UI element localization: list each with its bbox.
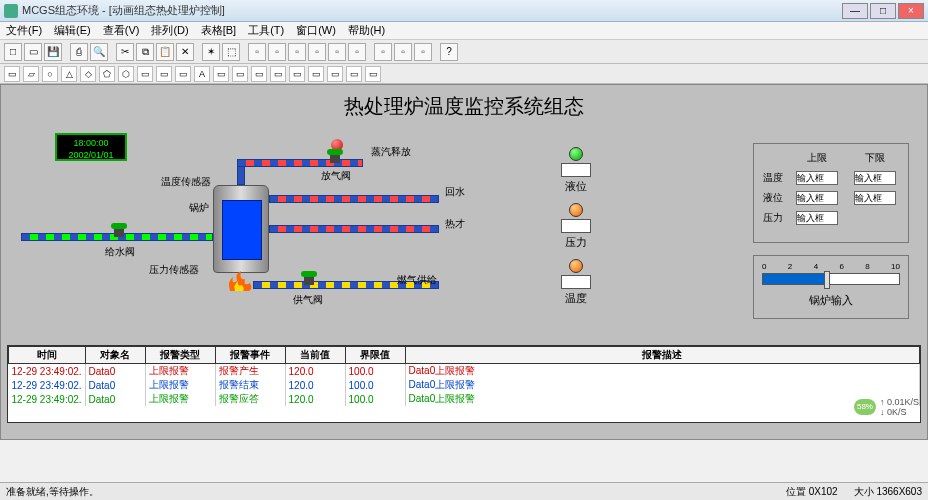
tb-print[interactable]: ⎙: [70, 43, 88, 61]
lbl-return: 回水: [445, 185, 465, 199]
lamp-temp: [569, 259, 583, 273]
sh-1[interactable]: ▭: [4, 66, 20, 82]
tb-b1[interactable]: ▫: [374, 43, 392, 61]
menubar: 文件(F) 编辑(E) 查看(V) 排列(D) 表格[B] 工具(T) 窗口(W…: [0, 22, 928, 40]
tb-a6[interactable]: ▫: [348, 43, 366, 61]
row-temp: 温度: [758, 168, 788, 188]
lbl-boiler: 锅炉: [189, 201, 209, 215]
lbl-pressure-sensor: 压力传感器: [149, 263, 199, 277]
slider-track[interactable]: [762, 273, 900, 285]
tb-paste[interactable]: 📋: [156, 43, 174, 61]
window-title: MCGS组态环境 - [动画组态热处理炉控制]: [22, 3, 842, 18]
statusbar: 准备就绪,等待操作。 位置 0X102 大小 1366X603: [0, 482, 928, 500]
menu-tools[interactable]: 工具(T): [248, 23, 284, 38]
slider-thumb[interactable]: [824, 271, 830, 289]
lbl-exhaust-valve: 放气阀: [321, 169, 351, 183]
limits-panel: 上限下限 温度 液位 压力: [753, 143, 909, 243]
menu-help[interactable]: 帮助(H): [348, 23, 385, 38]
menu-edit[interactable]: 编辑(E): [54, 23, 91, 38]
sh-6[interactable]: ⬠: [99, 66, 115, 82]
sh-13[interactable]: ▭: [232, 66, 248, 82]
menu-file[interactable]: 文件(F): [6, 23, 42, 38]
temp-upper-input[interactable]: [796, 171, 838, 185]
temp-lower-input[interactable]: [854, 171, 896, 185]
tb-new[interactable]: □: [4, 43, 22, 61]
sh-9[interactable]: ▭: [156, 66, 172, 82]
th-time: 时间: [9, 347, 86, 364]
menu-view[interactable]: 查看(V): [103, 23, 140, 38]
sh-10[interactable]: ▭: [175, 66, 191, 82]
close-button[interactable]: ×: [898, 3, 924, 19]
maximize-button[interactable]: □: [870, 3, 896, 19]
level-upper-input[interactable]: [796, 191, 838, 205]
lbl-ind-temp: 温度: [565, 291, 587, 306]
sh-11[interactable]: A: [194, 66, 210, 82]
tb-help[interactable]: ?: [440, 43, 458, 61]
sh-19[interactable]: ▭: [346, 66, 362, 82]
sh-15[interactable]: ▭: [270, 66, 286, 82]
indicator-temp: 温度: [561, 259, 591, 306]
tb-copy[interactable]: ⧉: [136, 43, 154, 61]
th-desc: 报警描述: [405, 347, 919, 364]
boiler: [213, 185, 269, 273]
tb-tool2[interactable]: ⬚: [222, 43, 240, 61]
tb-a3[interactable]: ▫: [288, 43, 306, 61]
tb-save[interactable]: 💾: [44, 43, 62, 61]
level-lower-input[interactable]: [854, 191, 896, 205]
tb-preview[interactable]: 🔍: [90, 43, 108, 61]
tb-b2[interactable]: ▫: [394, 43, 412, 61]
th-obj: 对象名: [85, 347, 145, 364]
menu-arrange[interactable]: 排列(D): [151, 23, 188, 38]
sh-18[interactable]: ▭: [327, 66, 343, 82]
lbl-ind-pressure: 压力: [565, 235, 587, 250]
flame-icon: [225, 271, 255, 291]
slider-ticks: 0 2 4 6 8 10: [762, 262, 900, 271]
network-badge: 58% ↑ 0.01K/S ↓ 0K/S: [854, 397, 919, 417]
sh-8[interactable]: ▭: [137, 66, 153, 82]
menu-window[interactable]: 窗口(W): [296, 23, 336, 38]
tb-a1[interactable]: ▫: [248, 43, 266, 61]
sh-3[interactable]: ○: [42, 66, 58, 82]
press-upper-input[interactable]: [796, 211, 838, 225]
lbl-temp-sensor: 温度传感器: [161, 175, 211, 189]
tb-a5[interactable]: ▫: [328, 43, 346, 61]
indicator-level: 液位: [561, 147, 591, 194]
menu-table[interactable]: 表格[B]: [201, 23, 236, 38]
minimize-button[interactable]: —: [842, 3, 868, 19]
th-cur: 当前值: [285, 347, 345, 364]
tb-delete[interactable]: ✕: [176, 43, 194, 61]
tb-open[interactable]: ▭: [24, 43, 42, 61]
status-size: 大小 1366X603: [854, 485, 922, 499]
sh-20[interactable]: ▭: [365, 66, 381, 82]
table-row[interactable]: 12-29 23:49:02.Data0上限报警报警产生120.0100.0Da…: [9, 364, 920, 379]
indicator-pressure: 压力: [561, 203, 591, 250]
row-level: 液位: [758, 188, 788, 208]
table-row[interactable]: 12-29 23:49:02.Data0上限报警报警应答120.0100.0Da…: [9, 392, 920, 406]
sh-7[interactable]: ⬡: [118, 66, 134, 82]
tb-b3[interactable]: ▫: [414, 43, 432, 61]
tb-cut[interactable]: ✂: [116, 43, 134, 61]
readout-level: [561, 163, 591, 177]
water-valve[interactable]: [111, 223, 127, 237]
table-row[interactable]: 12-29 23:49:02.Data0上限报警报警结束120.0100.0Da…: [9, 378, 920, 392]
lbl-fuel: 燃气供给: [397, 273, 437, 287]
th-lim: 界限值: [345, 347, 405, 364]
sh-2[interactable]: ▱: [23, 66, 39, 82]
sh-14[interactable]: ▭: [251, 66, 267, 82]
supply-valve[interactable]: [301, 271, 317, 285]
sh-16[interactable]: ▭: [289, 66, 305, 82]
sh-4[interactable]: △: [61, 66, 77, 82]
status-pos: 位置 0X102: [786, 485, 838, 499]
pipe-steam: [237, 159, 363, 167]
net-up: ↑ 0.01K/S: [880, 397, 919, 407]
sh-12[interactable]: ▭: [213, 66, 229, 82]
app-icon: [4, 4, 18, 18]
sh-17[interactable]: ▭: [308, 66, 324, 82]
exhaust-valve[interactable]: [327, 149, 343, 163]
design-canvas[interactable]: 热处理炉温度监控系统组态 18:00:00 2002/01/01 给水阀 锅炉 …: [0, 84, 928, 440]
tb-a4[interactable]: ▫: [308, 43, 326, 61]
tb-tool1[interactable]: ✶: [202, 43, 220, 61]
sh-5[interactable]: ◇: [80, 66, 96, 82]
toolbar-shapes: ▭ ▱ ○ △ ◇ ⬠ ⬡ ▭ ▭ ▭ A ▭ ▭ ▭ ▭ ▭ ▭ ▭ ▭ ▭: [0, 64, 928, 84]
tb-a2[interactable]: ▫: [268, 43, 286, 61]
